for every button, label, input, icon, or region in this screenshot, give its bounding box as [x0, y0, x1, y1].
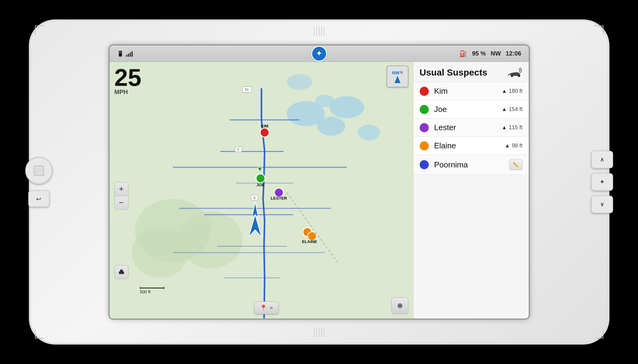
layer-button[interactable] [114, 265, 128, 279]
down-button[interactable]: ∨ [591, 196, 613, 213]
svg-point-2 [317, 117, 345, 136]
rider-item-poornima[interactable]: Poornima ✏️ [414, 155, 529, 175]
down-icon: ∨ [600, 201, 604, 208]
svg-text:51: 51 [245, 88, 249, 91]
status-right: ⛽ 95 % NW 12:06 [459, 50, 521, 57]
svg-text:C: C [237, 148, 240, 151]
svg-text:KIM: KIM [261, 124, 268, 128]
scale-bar: 500 ft [140, 288, 164, 294]
svg-text:LESTER: LESTER [271, 196, 287, 201]
svg-point-20 [256, 174, 265, 183]
dpad-center[interactable] [34, 166, 44, 176]
zoom-controls: + − [114, 182, 128, 210]
star-icon: ✦ [600, 179, 604, 185]
rider-name-kim: Kim [434, 86, 502, 96]
scale-label: 500 ft [140, 289, 151, 294]
zoom-out-button[interactable]: − [114, 196, 128, 210]
rider-dot-joe [420, 105, 429, 114]
bottom-vents [314, 328, 324, 337]
waypoint-icon: 📍 [260, 304, 267, 312]
panel-header: Usual Suspects [414, 62, 529, 82]
rider-distance-poornima: ✏️ [509, 159, 523, 170]
status-bar: 📱 ✦ ⛽ 95 % NW 12:06 [110, 46, 529, 62]
speed-display: 25 MPH [114, 66, 142, 96]
device-body: ↩ ∧ ✦ ∨ 📱 [31, 21, 608, 343]
rider-name-elaine: Elaine [434, 141, 505, 150]
pencil-icon: ✏️ [513, 162, 519, 168]
rider-distance-joe: ▲ 154 ft [502, 106, 523, 113]
distance-value-joe: 154 ft [509, 106, 522, 113]
star-button[interactable]: ✦ [591, 173, 613, 191]
snowmobile-icon-area [507, 67, 523, 78]
distance-value-kim: 180 ft [509, 88, 522, 94]
signal-bars [126, 51, 135, 57]
rider-item-lester[interactable]: Lester ▲ 115 ft [414, 119, 529, 137]
polaris-star-icon: ✦ [316, 49, 322, 58]
rider-dot-poornima [420, 160, 429, 169]
compass-direction: NW [491, 50, 501, 57]
svg-point-30 [120, 269, 123, 272]
rider-list: Kim ▲ 180 ft Joe ▲ 154 ft [414, 82, 529, 318]
gps-icon: ⊕ [397, 302, 403, 310]
svg-text:JOE: JOE [256, 183, 264, 187]
up-button[interactable]: ∧ [591, 151, 613, 168]
polaris-logo: ✦ [311, 46, 327, 62]
rider-dot-lester [420, 123, 429, 132]
snowmobile-icon [507, 67, 523, 78]
status-left: 📱 [117, 50, 135, 57]
map-svg: 51 C 8 KIM JOE [110, 62, 413, 318]
map-area[interactable]: 51 C 8 KIM JOE [110, 62, 413, 318]
compass-arrow-icon [394, 76, 401, 83]
compass[interactable]: NW N [387, 66, 408, 87]
svg-point-5 [315, 95, 334, 107]
back-icon: ↩ [36, 195, 41, 202]
corner-decoration-bl [35, 329, 44, 339]
phone-icon: 📱 [117, 50, 124, 57]
polaris-logo-container: ✦ [311, 46, 327, 62]
svg-point-32 [511, 75, 513, 77]
dpad[interactable] [25, 157, 53, 184]
main-content: 51 C 8 KIM JOE [110, 62, 529, 318]
panel-title: Usual Suspects [420, 67, 487, 78]
scale-line [140, 288, 164, 288]
clock-time: 12:06 [506, 50, 521, 57]
nav-arrow-elaine: ▲ [505, 143, 510, 149]
svg-text:ELAINE: ELAINE [302, 239, 317, 244]
svg-point-17 [260, 128, 269, 137]
svg-point-31 [518, 75, 520, 77]
compass-active-direction: NW [392, 70, 400, 75]
edit-button-poornima[interactable]: ✏️ [509, 159, 523, 170]
distance-value-elaine: 98 ft [512, 143, 522, 149]
right-controls: ∧ ✦ ∨ [591, 151, 613, 213]
rider-name-lester: Lester [434, 123, 502, 132]
nav-arrow-lester: ▲ [502, 124, 507, 131]
gps-button[interactable]: ⊕ [391, 297, 408, 314]
left-controls: ↩ [25, 157, 53, 207]
rider-name-poornima: Poornima [434, 160, 509, 170]
screen: 📱 ✦ ⛽ 95 % NW 12:06 [110, 46, 529, 318]
rider-distance-elaine: ▲ 98 ft [505, 143, 523, 149]
corner-decoration-tr [594, 25, 603, 35]
zoom-in-button[interactable]: + [114, 182, 128, 196]
up-icon: ∧ [600, 156, 604, 163]
menu-icon: ≡ [270, 305, 273, 311]
compass-secondary: N [400, 70, 403, 75]
back-button[interactable]: ↩ [28, 190, 49, 207]
rider-item-joe[interactable]: Joe ▲ 154 ft [414, 100, 529, 119]
svg-point-6 [287, 74, 312, 90]
rider-item-kim[interactable]: Kim ▲ 180 ft [414, 82, 529, 100]
map-bottom-bar: 📍 ≡ [254, 302, 278, 314]
svg-text:8: 8 [254, 196, 255, 200]
waypoint-menu-button[interactable]: 📍 ≡ [254, 302, 278, 314]
fuel-percent: 95 % [472, 50, 486, 57]
distance-value-lester: 115 ft [509, 124, 522, 131]
rider-item-elaine[interactable]: Elaine ▲ 98 ft [414, 137, 529, 155]
speed-value: 25 [114, 66, 142, 90]
layer-icon [117, 268, 126, 276]
right-panel: Usual Suspects [413, 62, 529, 318]
rider-distance-lester: ▲ 115 ft [502, 124, 523, 131]
rider-distance-kim: ▲ 180 ft [502, 88, 523, 94]
svg-point-9 [179, 211, 242, 268]
svg-point-3 [329, 96, 364, 118]
rider-name-joe: Joe [434, 105, 502, 114]
